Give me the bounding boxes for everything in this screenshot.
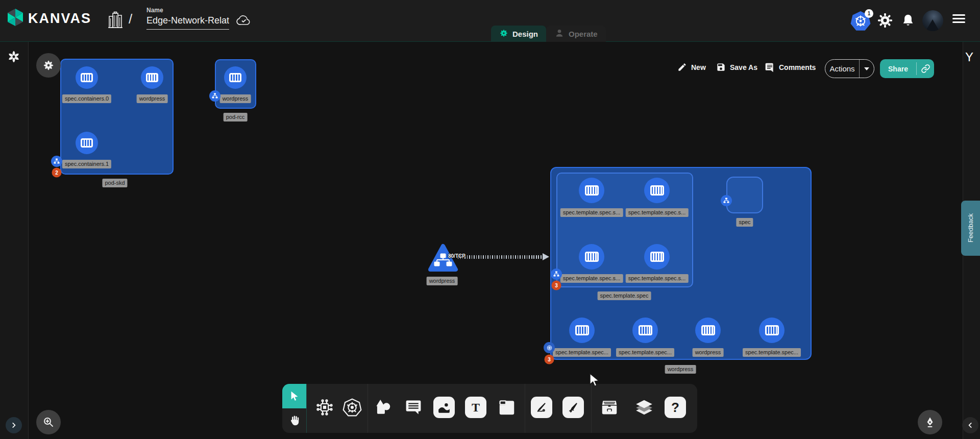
node-label: spec.template.spec...: [553, 348, 611, 357]
notifications-bell-icon[interactable]: [900, 12, 916, 29]
zoom-button[interactable]: [36, 410, 61, 434]
comments-button[interactable]: Comments: [765, 62, 816, 72]
tool-pan-hand[interactable]: [282, 408, 306, 433]
node-deployment-container[interactable]: [695, 318, 721, 343]
tool-text[interactable]: T: [465, 397, 486, 418]
node-deployment-container[interactable]: [632, 318, 658, 343]
node-spec-containers-1[interactable]: [76, 132, 98, 154]
tool-comment[interactable]: [404, 398, 423, 417]
actions-dropdown-button[interactable]: [860, 67, 874, 70]
container-icon: [585, 185, 599, 196]
tab-operate[interactable]: Operate: [546, 26, 606, 42]
settings-gear-icon[interactable]: [877, 12, 893, 29]
node-label: spec.containers.1: [62, 160, 111, 168]
organization-building-icon[interactable]: [107, 11, 124, 30]
relationship-badge[interactable]: [551, 269, 562, 280]
tool-kubernetes[interactable]: [342, 397, 362, 418]
node-template-container[interactable]: [579, 178, 604, 203]
tool-layers[interactable]: [634, 398, 654, 417]
container-icon: [81, 73, 93, 82]
canvas-widgets-button[interactable]: [36, 53, 61, 78]
node-label: spec.template.spec.s...: [626, 274, 689, 283]
text-tool-glyph: T: [472, 401, 480, 414]
actions-button-label: Actions: [825, 64, 859, 73]
kubernetes-badge[interactable]: [544, 342, 555, 353]
collapse-right-panel-button[interactable]: [962, 417, 978, 433]
tool-integrations[interactable]: [315, 398, 334, 417]
node-wordpress-container[interactable]: [141, 66, 163, 89]
node-label: spec.template.spec...: [743, 348, 801, 357]
copy-link-button[interactable]: [917, 64, 934, 74]
feedback-tab[interactable]: Feedback: [961, 201, 980, 256]
container-icon: [650, 185, 664, 196]
node-deployment-container[interactable]: [759, 318, 785, 343]
save-as-button[interactable]: Save As: [716, 62, 757, 72]
kanvas-app: KANVAS / Name: [0, 0, 980, 439]
share-split-button[interactable]: Share: [880, 59, 934, 78]
new-button[interactable]: New: [677, 62, 706, 72]
container-icon: [585, 252, 599, 262]
node-spec-containers-0[interactable]: [76, 66, 98, 89]
pen-nib-button[interactable]: [918, 410, 942, 434]
container-icon: [575, 325, 589, 335]
help-glyph: ?: [671, 400, 679, 416]
tool-note[interactable]: [497, 398, 517, 417]
group-label: wordpress: [665, 365, 696, 374]
design-spiral-icon: [499, 29, 508, 39]
actions-split-button[interactable]: Actions: [825, 59, 874, 78]
node-wordpress-container[interactable]: [224, 66, 247, 89]
node-template-container[interactable]: [579, 244, 604, 270]
relationship-badge[interactable]: [209, 90, 220, 102]
user-avatar[interactable]: [922, 10, 943, 31]
tool-select-cursor[interactable]: [282, 384, 306, 408]
design-name-label: Name: [146, 7, 163, 14]
node-service-wordpress[interactable]: [428, 243, 458, 275]
expand-left-panel-button[interactable]: [6, 417, 22, 433]
header: KANVAS / Name: [0, 0, 980, 42]
node-deployment-container[interactable]: [569, 318, 595, 343]
container-icon: [229, 73, 241, 82]
tool-media-image[interactable]: [433, 397, 455, 418]
container-icon: [639, 325, 652, 335]
relationship-badge[interactable]: [51, 156, 62, 167]
container-icon: [765, 325, 779, 335]
tool-dock: T: [282, 384, 697, 433]
group-label: pod-skd: [102, 179, 127, 187]
layer5-logo-glyph: Y: [965, 50, 973, 64]
group-label: pod-rcc: [224, 113, 248, 121]
node-template-container[interactable]: [644, 244, 670, 270]
design-name-input[interactable]: [146, 14, 229, 30]
tool-pen-line[interactable]: [531, 397, 552, 418]
tool-shapes[interactable]: [373, 398, 393, 417]
group-spec-template-spec[interactable]: [556, 173, 693, 287]
new-button-label: New: [691, 63, 706, 71]
node-label: wordpress: [137, 94, 168, 103]
node-label: spec.containers.0: [62, 94, 111, 103]
node-label: wordpress: [427, 277, 458, 285]
node-spec[interactable]: [726, 177, 763, 213]
error-count-badge[interactable]: 2: [52, 168, 62, 178]
feedback-label: Feedback: [967, 213, 974, 242]
node-label: spec.template.spec.s...: [560, 208, 623, 217]
breadcrumb-separator: /: [129, 11, 132, 27]
container-icon: [81, 138, 93, 148]
kubernetes-context-count-badge: 1: [865, 9, 873, 18]
tool-freehand[interactable]: [562, 397, 584, 418]
kanvas-logo-icon: [7, 8, 23, 29]
node-label: wordpress: [693, 348, 724, 357]
tool-drawer[interactable]: [600, 398, 619, 417]
menu-icon[interactable]: [952, 14, 965, 25]
error-count-badge[interactable]: 3: [545, 355, 554, 364]
tab-design[interactable]: Design: [491, 26, 546, 42]
sync-spinner-icon[interactable]: [6, 49, 21, 66]
edge-service-to-deployment[interactable]: [458, 255, 544, 259]
kanvas-logo[interactable]: KANVAS: [7, 8, 91, 29]
edge-port-label: 80/TCP: [448, 253, 465, 259]
node-template-container[interactable]: [644, 178, 670, 203]
kanvas-logo-text: KANVAS: [28, 11, 91, 27]
group-label: spec.template.spec: [598, 291, 651, 300]
container-icon: [701, 325, 715, 335]
tool-help[interactable]: ?: [665, 397, 686, 418]
error-count-badge[interactable]: 3: [552, 281, 561, 290]
relationship-badge[interactable]: [721, 195, 732, 206]
